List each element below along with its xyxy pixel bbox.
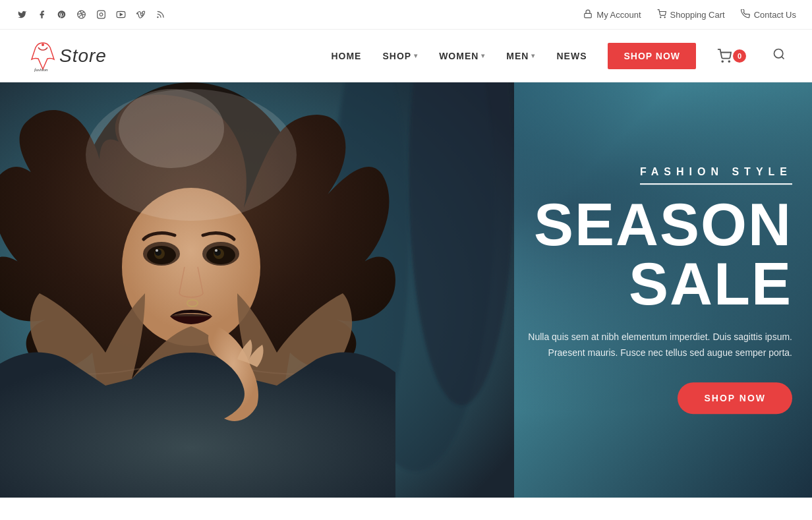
top-bar: My Account Shopping Cart Contact Us xyxy=(0,0,812,30)
svg-point-11 xyxy=(728,61,730,62)
main-nav: HOME SHOP ▾ WOMEN ▾ MEN ▾ NEWS SHOP NOW … xyxy=(331,43,786,69)
nav-men[interactable]: MEN ▾ xyxy=(506,51,535,61)
pinterest-icon[interactable] xyxy=(55,9,67,20)
rss-icon[interactable] xyxy=(154,9,166,20)
hero-description: Nulla quis sem at nibh elementum imperdi… xyxy=(463,330,792,361)
svg-text:fashion: fashion xyxy=(34,67,48,72)
svg-rect-5 xyxy=(585,13,592,17)
svg-point-10 xyxy=(722,61,723,62)
lock-icon xyxy=(583,9,593,20)
svg-point-7 xyxy=(664,16,665,17)
cart-icon xyxy=(717,49,732,63)
header-shop-now-button[interactable]: SHOP NOW xyxy=(608,43,696,69)
nav-home[interactable]: HOME xyxy=(331,51,361,61)
svg-point-32 xyxy=(119,89,224,168)
svg-point-6 xyxy=(660,16,660,17)
nav-news[interactable]: NEWS xyxy=(556,51,587,61)
fashion-style-label: FASHION STYLE xyxy=(640,166,792,185)
social-icons-group xyxy=(16,9,166,20)
svg-point-28 xyxy=(156,249,158,252)
svg-line-13 xyxy=(782,57,784,59)
svg-marker-3 xyxy=(120,13,122,16)
hero-content: FASHION STYLE SEASON SALE Nulla quis sem… xyxy=(463,166,792,414)
nav-women[interactable]: WOMEN ▾ xyxy=(439,51,485,61)
facebook-icon[interactable] xyxy=(36,9,47,20)
contact-us-label: Contact Us xyxy=(754,10,796,20)
cart-topbar-icon xyxy=(657,9,666,20)
my-account-link[interactable]: My Account xyxy=(583,9,641,20)
svg-rect-1 xyxy=(97,11,105,18)
youtube-icon[interactable] xyxy=(115,9,127,20)
contact-us-link[interactable]: Contact Us xyxy=(741,9,796,20)
logo-svg: fashion xyxy=(26,40,59,72)
phone-icon xyxy=(741,9,750,20)
shop-chevron-icon: ▾ xyxy=(414,52,418,59)
my-account-label: My Account xyxy=(596,10,641,20)
hero-figure xyxy=(0,82,528,498)
svg-point-12 xyxy=(774,49,783,58)
women-chevron-icon: ▾ xyxy=(481,52,485,59)
svg-point-8 xyxy=(42,43,44,46)
vimeo-icon[interactable] xyxy=(134,9,146,20)
svg-point-29 xyxy=(215,249,218,252)
hero-section: FASHION STYLE SEASON SALE Nulla quis sem… xyxy=(0,82,812,498)
twitter-icon[interactable] xyxy=(16,9,28,20)
instagram-icon[interactable] xyxy=(95,9,107,20)
dribbble-icon[interactable] xyxy=(75,9,87,20)
header: fashion Store HOME SHOP ▾ WOMEN ▾ MEN ▾ … xyxy=(0,30,812,82)
search-icon xyxy=(772,47,786,61)
shopping-cart-link[interactable]: Shopping Cart xyxy=(657,9,725,20)
logo[interactable]: fashion Store xyxy=(26,40,107,72)
top-bar-right: My Account Shopping Cart Contact Us xyxy=(583,9,796,20)
cart-badge: 0 xyxy=(733,49,746,63)
hero-shop-now-button[interactable]: SHOP NOW xyxy=(678,382,792,414)
season-sale-title: SEASON SALE xyxy=(463,195,792,314)
svg-point-4 xyxy=(157,17,158,18)
search-icon-wrap[interactable] xyxy=(772,47,786,64)
men-chevron-icon: ▾ xyxy=(531,52,535,59)
cart-icon-wrap[interactable]: 0 xyxy=(717,49,746,63)
logo-text: Store xyxy=(59,45,107,67)
shopping-cart-label: Shopping Cart xyxy=(670,10,725,20)
nav-shop[interactable]: SHOP ▾ xyxy=(382,51,418,61)
